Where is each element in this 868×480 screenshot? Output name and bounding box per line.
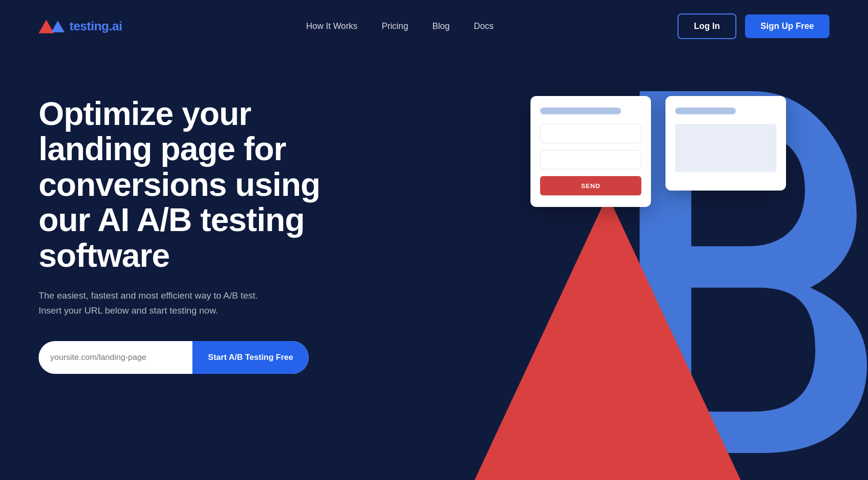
hero-title: Optimize your landing page for conversio… [39, 96, 328, 273]
login-button[interactable]: Log In [678, 14, 736, 39]
hero-content: Optimize your landing page for conversio… [39, 82, 328, 374]
nav-links: How It Works Pricing Blog Docs [306, 21, 494, 31]
card-a-send-button[interactable]: SEND [540, 176, 641, 195]
nav-link-blog[interactable]: Blog [432, 21, 449, 31]
card-b-body [675, 124, 776, 172]
hero-illustration: SEND [434, 53, 868, 480]
signup-button[interactable]: Sign Up Free [745, 14, 829, 38]
card-a-header [540, 108, 621, 114]
url-input[interactable] [39, 353, 192, 362]
logo-text: testing.ai [69, 19, 122, 34]
nav-link-how-it-works[interactable]: How It Works [306, 21, 358, 31]
nav-link-pricing[interactable]: Pricing [381, 21, 408, 31]
nav-actions: Log In Sign Up Free [678, 14, 829, 39]
logo-triangle-b [51, 21, 65, 32]
card-b-header [675, 108, 736, 114]
card-a-field-2 [540, 150, 641, 169]
card-a-field-1 [540, 124, 641, 143]
nav-link-docs[interactable]: Docs [474, 21, 493, 31]
navbar: testing.ai How It Works Pricing Blog Doc… [0, 0, 868, 53]
hero-subtitle: The easiest, fastest and most efficient … [39, 288, 280, 318]
card-variant-a: SEND [530, 96, 651, 207]
logo[interactable]: testing.ai [39, 19, 122, 34]
logo-icon [39, 20, 65, 33]
red-triangle [473, 195, 743, 480]
hero-cta-container: Start A/B Testing Free [39, 341, 309, 374]
start-testing-button[interactable]: Start A/B Testing Free [192, 341, 309, 374]
hero-section: Optimize your landing page for conversio… [0, 53, 868, 480]
card-variant-b [665, 96, 786, 191]
